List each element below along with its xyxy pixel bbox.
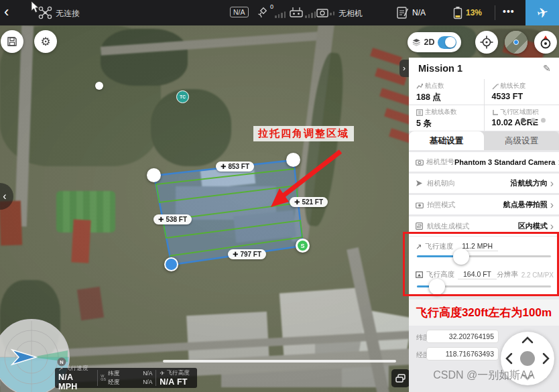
poi-marker-tc[interactable]: TC bbox=[176, 90, 189, 103]
camera-status: 无相机 bbox=[338, 8, 363, 19]
corner-handle-top-right[interactable] bbox=[286, 153, 300, 167]
route-mode-icon bbox=[416, 222, 423, 230]
edit-mission-icon[interactable]: ✎ bbox=[543, 63, 551, 74]
setting-camera-model[interactable]: 相机型号 Phantom 3 Standard Camera › bbox=[409, 152, 559, 172]
altitude-icon: ✈ bbox=[160, 370, 165, 377]
ruler-pencil-icon bbox=[492, 83, 499, 90]
hud-lng-value: N/A bbox=[143, 379, 152, 387]
flight-speed-slider[interactable] bbox=[417, 255, 551, 257]
flight-altitude-icon bbox=[416, 271, 423, 278]
altitude-note-banner: 飞行高度320ft左右为100m bbox=[409, 300, 559, 326]
checklist-icon[interactable] bbox=[397, 6, 409, 19]
hud-alt-value: N/A FT bbox=[160, 377, 194, 387]
gps-satellite-count: 0 bbox=[270, 3, 273, 10]
setting-camera-heading[interactable]: 相机朝向 沿航线方向 › bbox=[409, 174, 559, 193]
minimap-location-dot bbox=[513, 40, 519, 45]
remote-controller-icon bbox=[290, 7, 303, 18]
edge-length-top: ✚853 FT bbox=[216, 161, 254, 172]
route-lines-icon bbox=[416, 109, 423, 116]
poi-marker-dot[interactable] bbox=[95, 82, 103, 90]
start-point-marker[interactable]: S bbox=[296, 239, 310, 253]
save-icon bbox=[7, 36, 17, 47]
chevron-right-icon: › bbox=[550, 179, 554, 188]
stats-pagination[interactable] bbox=[521, 118, 546, 123]
page-dot[interactable] bbox=[541, 118, 546, 123]
stat-route-length: 航线长度 4533 FT bbox=[485, 79, 559, 105]
flight-speed-icon: ↗ bbox=[416, 243, 422, 251]
resize-cross-icon: ✚ bbox=[158, 216, 164, 223]
flight-altitude-label: 飞行高度 bbox=[426, 270, 454, 279]
photo-mode-icon bbox=[416, 202, 424, 208]
gear-icon: ⚙ bbox=[40, 35, 50, 49]
chevron-right-icon: › bbox=[403, 64, 406, 73]
hud-speed-label: 飞行速度 bbox=[66, 365, 88, 373]
watermark: CSDN @一别如斯AA bbox=[409, 369, 559, 383]
heading-icon bbox=[416, 180, 423, 187]
tab-basic-settings[interactable]: 基础设置 bbox=[409, 131, 484, 150]
corner-handle-top-left[interactable] bbox=[147, 168, 161, 182]
compass-reset-button[interactable] bbox=[534, 31, 557, 54]
flight-mode-badge: N/A bbox=[230, 7, 249, 17]
hud-lng-label: 经度 bbox=[108, 379, 119, 387]
dpad-up-chevron[interactable] bbox=[523, 338, 532, 342]
chevron-right-icon: › bbox=[550, 222, 554, 231]
collapse-panel-button[interactable]: › bbox=[399, 60, 409, 77]
page-dot-active[interactable] bbox=[521, 118, 525, 123]
dpad-center-button[interactable] bbox=[520, 351, 535, 366]
screenshot-windows-button[interactable] bbox=[391, 369, 410, 387]
flight-altitude-slider-thumb[interactable] bbox=[429, 279, 445, 295]
back-button[interactable]: ‹ bbox=[4, 4, 9, 20]
flight-altitude-slider[interactable] bbox=[417, 285, 551, 287]
minimap-button[interactable] bbox=[505, 31, 527, 54]
locate-icon bbox=[480, 36, 493, 49]
more-options-button[interactable]: ••• bbox=[503, 6, 515, 17]
latitude-input[interactable] bbox=[426, 330, 499, 343]
resolution-label: 分辨率 bbox=[497, 270, 518, 279]
mission-settings-button[interactable]: ⚙ bbox=[34, 30, 57, 53]
edge-length-left: ✚538 FT bbox=[153, 214, 192, 224]
start-point-label: S bbox=[298, 241, 308, 251]
longitude-input[interactable] bbox=[426, 347, 499, 361]
resize-cross-icon: ✚ bbox=[294, 198, 300, 206]
setting-route-mode[interactable]: 航线生成模式 区内模式 › bbox=[409, 216, 559, 236]
connection-status: 无连接 bbox=[56, 8, 80, 19]
corner-handle-bottom-left[interactable] bbox=[164, 257, 178, 271]
resize-cross-icon: ✚ bbox=[233, 251, 238, 258]
camera-signal-bars bbox=[330, 11, 334, 15]
hud-lat-label: 纬度 bbox=[108, 370, 119, 378]
stat-main-lines: 主航线条数 5 条 bbox=[409, 105, 484, 131]
telemetry-bar: ↗飞行速度 N/A MPH WGS 纬度N/A 经度N/A ✈飞行高度 N/A … bbox=[55, 368, 197, 388]
takeoff-button[interactable]: ✈ bbox=[525, 0, 559, 25]
tab-advanced-settings[interactable]: 高级设置 bbox=[484, 131, 559, 150]
settings-tabs: 基础设置 高级设置 bbox=[409, 131, 559, 150]
checklist-status: N/A bbox=[412, 8, 426, 17]
flight-altitude-value[interactable]: 164.0 FT bbox=[458, 270, 497, 279]
dpad-left-chevron[interactable] bbox=[507, 354, 511, 363]
resolution-value: 2.2 CM/PX bbox=[521, 271, 554, 279]
home-indicator bbox=[163, 360, 396, 363]
mission-title: Mission 1 bbox=[418, 63, 462, 74]
layers-icon bbox=[412, 38, 421, 47]
map-mode-toggle[interactable]: 2D bbox=[408, 32, 461, 52]
hud-lat-value: N/A bbox=[143, 370, 152, 378]
camera-signal-icon bbox=[316, 7, 328, 17]
hud-speed-value: N/A MPH bbox=[58, 373, 94, 391]
mode-2d-switch[interactable] bbox=[438, 36, 456, 49]
airplane-icon: ✈ bbox=[535, 4, 549, 22]
switch-knob bbox=[445, 37, 456, 48]
speed-icon: ↗ bbox=[58, 365, 64, 372]
locate-me-button[interactable] bbox=[475, 31, 498, 54]
setting-photo-mode[interactable]: 拍照模式 航点悬停拍照 › bbox=[409, 195, 559, 214]
chevron-left-icon: ‹ bbox=[3, 190, 6, 202]
dpad-right-chevron[interactable] bbox=[544, 354, 548, 363]
page-dot[interactable] bbox=[531, 118, 536, 123]
flight-speed-slider-thumb[interactable] bbox=[453, 249, 469, 265]
divider bbox=[495, 5, 495, 20]
save-mission-button[interactable] bbox=[1, 30, 23, 53]
overlapping-windows-icon bbox=[395, 374, 406, 383]
mission-header: Mission 1 ✎ bbox=[409, 58, 559, 79]
annotation-label: 拉托四角调整区域 bbox=[253, 126, 354, 141]
satellite-icon bbox=[257, 7, 269, 19]
battery-percent: 13% bbox=[466, 8, 482, 17]
waypoint-icon bbox=[416, 83, 423, 90]
